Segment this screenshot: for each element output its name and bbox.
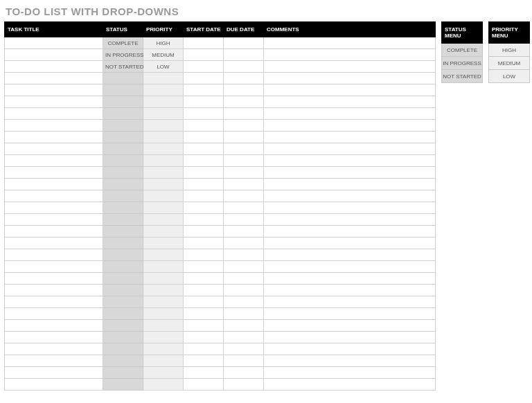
start-date-cell[interactable]: [184, 332, 224, 343]
comments-cell[interactable]: [264, 132, 436, 143]
task-cell[interactable]: [5, 296, 103, 308]
comments-cell[interactable]: [264, 320, 436, 332]
due-date-cell[interactable]: [224, 96, 264, 108]
priority-cell[interactable]: [143, 190, 184, 202]
start-date-cell[interactable]: [184, 226, 224, 238]
status-cell[interactable]: COMPLETE: [103, 37, 143, 49]
due-date-cell[interactable]: [224, 49, 264, 61]
due-date-cell[interactable]: [224, 120, 264, 132]
priority-cell[interactable]: [143, 320, 184, 332]
due-date-cell[interactable]: [224, 308, 264, 320]
start-date-cell[interactable]: [184, 238, 224, 249]
start-date-cell[interactable]: [184, 367, 224, 379]
comments-cell[interactable]: [264, 226, 436, 238]
status-cell[interactable]: [103, 73, 143, 84]
status-cell[interactable]: [103, 190, 143, 202]
start-date-cell[interactable]: [184, 273, 224, 285]
status-cell[interactable]: [103, 343, 143, 355]
start-date-cell[interactable]: [184, 84, 224, 96]
task-cell[interactable]: [5, 320, 103, 332]
comments-cell[interactable]: [264, 214, 436, 226]
priority-cell[interactable]: LOW: [143, 61, 184, 73]
comments-cell[interactable]: [264, 379, 436, 391]
due-date-cell[interactable]: [224, 73, 264, 84]
due-date-cell[interactable]: [224, 132, 264, 143]
status-cell[interactable]: [103, 355, 143, 367]
task-cell[interactable]: [5, 132, 103, 143]
priority-cell[interactable]: [143, 120, 184, 132]
priority-cell[interactable]: [143, 202, 184, 214]
task-cell[interactable]: [5, 155, 103, 167]
task-cell[interactable]: [5, 226, 103, 238]
start-date-cell[interactable]: [184, 308, 224, 320]
status-cell[interactable]: [103, 179, 143, 190]
start-date-cell[interactable]: [184, 214, 224, 226]
priority-menu-option[interactable]: MEDIUM: [489, 57, 530, 70]
priority-cell[interactable]: [143, 143, 184, 155]
priority-cell[interactable]: MEDIUM: [143, 49, 184, 61]
comments-cell[interactable]: [264, 49, 436, 61]
priority-cell[interactable]: [143, 179, 184, 190]
priority-cell[interactable]: [143, 132, 184, 143]
status-menu-option[interactable]: IN PROGRESS: [442, 57, 483, 70]
priority-cell[interactable]: [143, 226, 184, 238]
comments-cell[interactable]: [264, 285, 436, 296]
start-date-cell[interactable]: [184, 108, 224, 120]
status-cell[interactable]: NOT STARTED: [103, 61, 143, 73]
status-cell[interactable]: [103, 214, 143, 226]
due-date-cell[interactable]: [224, 261, 264, 273]
due-date-cell[interactable]: [224, 296, 264, 308]
due-date-cell[interactable]: [224, 143, 264, 155]
comments-cell[interactable]: [264, 261, 436, 273]
comments-cell[interactable]: [264, 308, 436, 320]
status-cell[interactable]: [103, 367, 143, 379]
task-cell[interactable]: [5, 367, 103, 379]
task-cell[interactable]: [5, 167, 103, 179]
task-cell[interactable]: [5, 37, 103, 49]
start-date-cell[interactable]: [184, 167, 224, 179]
comments-cell[interactable]: [264, 84, 436, 96]
task-cell[interactable]: [5, 249, 103, 261]
status-cell[interactable]: [103, 379, 143, 391]
comments-cell[interactable]: [264, 179, 436, 190]
task-cell[interactable]: [5, 143, 103, 155]
comments-cell[interactable]: [264, 61, 436, 73]
start-date-cell[interactable]: [184, 190, 224, 202]
start-date-cell[interactable]: [184, 96, 224, 108]
comments-cell[interactable]: [264, 367, 436, 379]
due-date-cell[interactable]: [224, 167, 264, 179]
status-cell[interactable]: [103, 261, 143, 273]
task-cell[interactable]: [5, 61, 103, 73]
status-cell[interactable]: [103, 120, 143, 132]
comments-cell[interactable]: [264, 249, 436, 261]
due-date-cell[interactable]: [224, 190, 264, 202]
task-cell[interactable]: [5, 84, 103, 96]
due-date-cell[interactable]: [224, 320, 264, 332]
priority-cell[interactable]: [143, 367, 184, 379]
comments-cell[interactable]: [264, 355, 436, 367]
task-cell[interactable]: [5, 273, 103, 285]
status-menu-option[interactable]: NOT STARTED: [442, 70, 483, 83]
comments-cell[interactable]: [264, 202, 436, 214]
task-cell[interactable]: [5, 214, 103, 226]
status-cell[interactable]: [103, 226, 143, 238]
due-date-cell[interactable]: [224, 226, 264, 238]
comments-cell[interactable]: [264, 238, 436, 249]
start-date-cell[interactable]: [184, 202, 224, 214]
start-date-cell[interactable]: [184, 296, 224, 308]
comments-cell[interactable]: [264, 296, 436, 308]
priority-cell[interactable]: [143, 155, 184, 167]
task-cell[interactable]: [5, 343, 103, 355]
due-date-cell[interactable]: [224, 238, 264, 249]
priority-cell[interactable]: [143, 96, 184, 108]
priority-cell[interactable]: [143, 249, 184, 261]
due-date-cell[interactable]: [224, 367, 264, 379]
task-cell[interactable]: [5, 179, 103, 190]
task-cell[interactable]: [5, 120, 103, 132]
status-cell[interactable]: [103, 308, 143, 320]
task-cell[interactable]: [5, 202, 103, 214]
start-date-cell[interactable]: [184, 73, 224, 84]
status-cell[interactable]: [103, 285, 143, 296]
start-date-cell[interactable]: [184, 120, 224, 132]
priority-cell[interactable]: [143, 273, 184, 285]
